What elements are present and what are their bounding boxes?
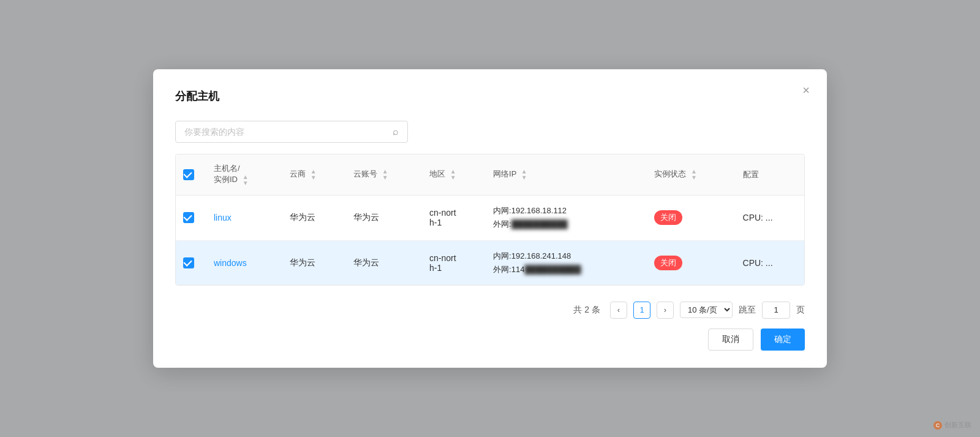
sort-networkip-icon[interactable]: ▲▼ — [521, 169, 527, 181]
sort-cloud-icon[interactable]: ▲▼ — [311, 169, 317, 181]
current-page-button[interactable]: 1 — [633, 302, 650, 319]
total-count: 共 2 条 — [573, 305, 600, 316]
modal-title: 分配主机 — [175, 89, 805, 104]
watermark: C 创新互联 — [933, 420, 971, 430]
per-page-select[interactable]: 10 条/页 20 条/页 50 条/页 — [680, 302, 733, 318]
row-account-0: 华为云 — [346, 196, 422, 240]
row-hostname-0: linux — [206, 196, 282, 240]
row-account-1: 华为云 — [346, 240, 422, 285]
next-page-button[interactable]: › — [657, 302, 674, 319]
th-hostname: 主机名/实例ID ▲▼ — [206, 154, 282, 196]
external-ip-blurred-1: ██████████: — [524, 263, 583, 276]
row-checkbox-cell — [176, 196, 206, 240]
internal-ip-0: 内网:192.168.18.112 — [493, 206, 567, 215]
table-header-row: 主机名/实例ID ▲▼ 云商 ▲▼ 云账号 ▲▼ 地区 — [176, 154, 804, 196]
row-config-1: CPU: ... — [736, 240, 804, 285]
sort-account-icon[interactable]: ▲▼ — [382, 169, 388, 181]
th-config: 配置 — [736, 154, 804, 196]
external-ip-label-1: 外网:114 — [493, 265, 524, 274]
jump-to-page-input[interactable] — [762, 302, 790, 319]
status-badge-0: 关闭 — [654, 210, 682, 225]
jump-label: 跳至 — [739, 305, 756, 316]
row-region-0: cn-north-1 — [422, 196, 486, 240]
row-status-0: 关闭 — [647, 196, 735, 240]
internal-ip-1: 内网:192.168.241.148 — [493, 251, 571, 260]
row-checkbox-cell — [176, 240, 206, 285]
modal-footer: 取消 确定 — [175, 329, 805, 351]
page-unit: 页 — [796, 305, 805, 316]
confirm-button[interactable]: 确定 — [761, 329, 805, 351]
modal-dialog: 分配主机 × ⌕ 主机名/实例ID — [153, 69, 827, 367]
row-cloud-0: 华为云 — [282, 196, 346, 240]
th-cloud: 云商 ▲▼ — [282, 154, 346, 196]
sort-region-icon[interactable]: ▲▼ — [450, 169, 456, 181]
hosts-table-wrapper: 主机名/实例ID ▲▼ 云商 ▲▼ 云账号 ▲▼ 地区 — [175, 154, 805, 285]
table-row: windows 华为云 华为云 cn-north-1 内网:192.168.24… — [176, 240, 804, 285]
sort-status-icon[interactable]: ▲▼ — [691, 169, 697, 181]
th-network-ip: 网络IP ▲▼ — [486, 154, 647, 196]
search-bar: ⌕ — [175, 121, 408, 143]
prev-page-button[interactable]: ‹ — [610, 302, 627, 319]
external-ip-blurred-0: ██████████ — [511, 218, 568, 231]
sort-hostname-icon[interactable]: ▲▼ — [243, 174, 249, 186]
cancel-button[interactable]: 取消 — [708, 329, 753, 351]
select-all-checkbox[interactable] — [183, 169, 194, 180]
external-ip-label-0: 外网: — [493, 219, 511, 229]
hostname-link-1[interactable]: windows — [214, 258, 247, 268]
row-hostname-1: windows — [206, 240, 282, 285]
row-ip-1: 内网:192.168.241.148 外网:114██████████: — [486, 240, 647, 285]
status-badge-1: 关闭 — [654, 256, 682, 270]
close-button[interactable]: × — [802, 84, 810, 96]
th-account: 云账号 ▲▼ — [346, 154, 422, 196]
table-row: linux 华为云 华为云 cn-north-1 内网:192.168.18.1… — [176, 196, 804, 240]
th-region: 地区 ▲▼ — [422, 154, 486, 196]
row-checkbox-1[interactable] — [183, 257, 194, 268]
row-region-1: cn-north-1 — [422, 240, 486, 285]
row-status-1: 关闭 — [647, 240, 735, 285]
watermark-logo: C — [933, 421, 942, 430]
hostname-link-0[interactable]: linux — [214, 213, 232, 222]
search-icon: ⌕ — [393, 126, 399, 137]
watermark-text: 创新互联 — [944, 420, 971, 430]
search-input[interactable] — [184, 127, 388, 137]
th-status: 实例状态 ▲▼ — [647, 154, 735, 196]
row-config-0: CPU: ... — [736, 196, 804, 240]
modal-overlay: 分配主机 × ⌕ 主机名/实例ID — [0, 0, 980, 437]
row-checkbox-0[interactable] — [183, 212, 194, 223]
hosts-table: 主机名/实例ID ▲▼ 云商 ▲▼ 云账号 ▲▼ 地区 — [176, 154, 804, 284]
pagination-row: 共 2 条 ‹ 1 › 10 条/页 20 条/页 50 条/页 跳至 页 — [175, 297, 805, 324]
row-ip-0: 内网:192.168.18.112 外网:██████████ — [486, 196, 647, 240]
row-cloud-1: 华为云 — [282, 240, 346, 285]
th-checkbox — [176, 154, 206, 196]
